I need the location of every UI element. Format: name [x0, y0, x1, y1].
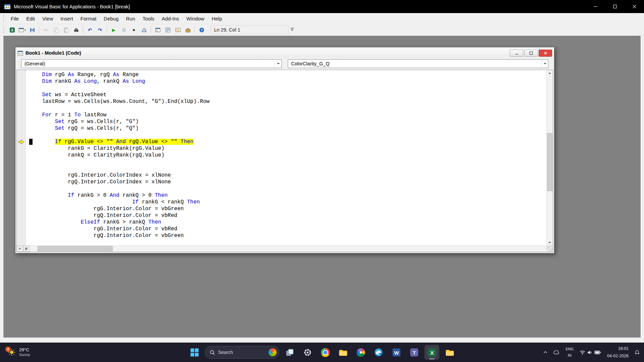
taskbar-search[interactable]: Search — [205, 346, 279, 359]
properties-window-button[interactable] — [163, 25, 173, 35]
code-line[interactable]: rgQ.Interior.ColorIndex = xlNone — [26, 179, 546, 185]
menubar-grip[interactable] — [3, 15, 5, 22]
run-button[interactable]: ▶ — [109, 25, 119, 35]
taskbar-folder-button[interactable] — [442, 345, 457, 360]
taskbar-excel-button[interactable]: X — [425, 345, 439, 360]
horizontal-scrollbar-thumb[interactable] — [38, 246, 113, 251]
scroll-up-button[interactable] — [547, 70, 553, 76]
quick-settings-button[interactable] — [579, 346, 602, 359]
vertical-scrollbar[interactable] — [546, 70, 553, 245]
code-line[interactable]: rgG.Interior.Color = vbGreen — [26, 205, 546, 212]
procedure-dropdown[interactable]: ColorClarity_G_Q — [288, 59, 548, 68]
code-line[interactable]: rankG = ClarityRank(rgG.Value) — [26, 145, 546, 152]
taskbar-task-view-button[interactable] — [282, 345, 297, 360]
code-line[interactable]: Dim rgG As Range, rgQ As Range — [26, 71, 546, 78]
save-button[interactable] — [27, 25, 37, 35]
code-line[interactable]: If rankG > 0 And rankQ > 0 Then — [26, 192, 546, 199]
object-dropdown[interactable]: (General) — [21, 59, 282, 68]
horizontal-scrollbar[interactable] — [30, 246, 546, 252]
paste-button[interactable] — [61, 25, 71, 35]
code-line[interactable]: rgQ.Interior.Color = vbRed — [26, 212, 546, 219]
code-line[interactable] — [26, 132, 546, 138]
code-line[interactable]: rgQ.Interior.Color = vbGreen — [26, 232, 546, 239]
code-window-titlebar[interactable]: Book1 - Module1 (Code) — [16, 48, 553, 58]
code-line[interactable]: If rgG.Value <> "" And rgQ.Value <> "" T… — [26, 138, 546, 145]
insert-userform-button[interactable]: ▾ — [17, 25, 27, 35]
menu-help[interactable]: Help — [208, 13, 226, 24]
vertical-scrollbar-thumb[interactable] — [547, 133, 552, 191]
code-text-area[interactable]: Dim rgG As Range, rgQ As Range Dim rankG… — [26, 70, 546, 245]
taskbar-photos-button[interactable] — [354, 345, 368, 360]
taskbar-settings-button[interactable] — [300, 345, 315, 360]
menu-edit[interactable]: Edit — [22, 13, 39, 24]
menu-window[interactable]: Window — [183, 13, 208, 24]
code-line[interactable]: rankQ = ClarityRank(rgQ.Value) — [26, 152, 546, 159]
close-button[interactable] — [625, 0, 644, 13]
tray-chevron-button[interactable] — [542, 346, 548, 359]
code-window-maximize-button[interactable] — [524, 50, 538, 57]
resize-grip[interactable] — [546, 246, 553, 252]
toolbar-grip[interactable] — [3, 26, 5, 33]
code-window-close-button[interactable] — [539, 50, 552, 57]
undo-button[interactable]: ↶ — [85, 25, 95, 35]
code-editor-bottom-bar — [17, 245, 553, 252]
cut-button[interactable]: ✂ — [41, 25, 51, 35]
menu-debug[interactable]: Debug — [100, 13, 122, 24]
notification-button[interactable] — [634, 346, 641, 359]
scroll-down-button[interactable] — [547, 240, 553, 245]
taskbar-word-button[interactable]: W — [389, 345, 404, 360]
menu-format[interactable]: Format — [77, 13, 100, 24]
clock-tray-button[interactable]: 16:01 04-02-2026 — [606, 346, 630, 359]
design-mode-button[interactable] — [139, 25, 149, 35]
view-excel-button[interactable]: X — [7, 25, 17, 35]
toolbar-options-button[interactable] — [289, 25, 295, 35]
language-switcher[interactable]: ENG IN — [565, 346, 575, 359]
maximize-button[interactable] — [605, 0, 625, 13]
code-line[interactable] — [26, 105, 546, 112]
code-line[interactable]: Set rgQ = ws.Cells(r, "Q") — [26, 125, 546, 132]
find-button[interactable] — [71, 25, 81, 35]
taskbar-edge-button[interactable] — [371, 345, 386, 360]
code-window-minimize-button[interactable] — [510, 50, 523, 57]
code-line[interactable] — [26, 159, 546, 165]
help-button[interactable]: ? — [197, 25, 207, 35]
code-line[interactable]: Set rgG = ws.Cells(r, "G") — [26, 118, 546, 125]
code-line[interactable]: lastRow = ws.Cells(ws.Rows.Count, "G").E… — [26, 98, 546, 105]
code-line[interactable]: Dim rankG As Long, rankQ As Long — [26, 78, 546, 85]
reset-button[interactable]: ■ — [129, 25, 139, 35]
taskbar-file-explorer-button[interactable] — [336, 345, 351, 360]
task-view-icon — [285, 348, 294, 357]
redo-button[interactable]: ↷ — [95, 25, 105, 35]
copy-button[interactable] — [51, 25, 61, 35]
menu-view[interactable]: View — [39, 13, 57, 24]
menu-tools[interactable]: Tools — [139, 13, 158, 24]
onedrive-tray-button[interactable] — [552, 346, 560, 359]
code-line[interactable]: ElseIf rankG > rankQ Then — [26, 219, 546, 226]
code-line[interactable]: If rankG < rankQ Then — [26, 199, 546, 205]
toolbox-button[interactable] — [183, 25, 193, 35]
code-line[interactable]: rgG.Interior.Color = vbRed — [26, 226, 546, 232]
code-line[interactable] — [26, 85, 546, 92]
code-line[interactable]: Set ws = ActiveSheet — [26, 92, 546, 98]
weather-widget[interactable]: 4 29°C Sunny — [4, 346, 34, 359]
code-line[interactable]: For r = 1 To lastRow — [26, 112, 546, 118]
menu-add-ins[interactable]: Add-Ins — [158, 13, 183, 24]
full-module-view-button[interactable] — [23, 246, 30, 252]
indicator-margin[interactable] — [17, 70, 26, 245]
menu-insert[interactable]: Insert — [57, 13, 77, 24]
menu-file[interactable]: File — [7, 13, 22, 24]
procedure-view-button[interactable] — [17, 246, 23, 252]
break-button[interactable] — [119, 25, 129, 35]
code-line[interactable] — [26, 185, 546, 192]
taskbar-teams-button[interactable]: T — [407, 345, 422, 360]
menu-run[interactable]: Run — [122, 13, 139, 24]
object-browser-button[interactable] — [173, 25, 183, 35]
taskbar-chrome-button[interactable] — [318, 345, 333, 360]
minimize-button[interactable] — [586, 0, 605, 13]
copilot-icon[interactable] — [269, 348, 277, 356]
main-titlebar[interactable]: Microsoft Visual Basic for Applications … — [0, 0, 644, 13]
code-line[interactable]: rgG.Interior.ColorIndex = xlNone — [26, 172, 546, 179]
project-explorer-button[interactable] — [153, 25, 163, 35]
code-line[interactable] — [26, 165, 546, 172]
taskbar-start-button[interactable] — [187, 345, 202, 360]
